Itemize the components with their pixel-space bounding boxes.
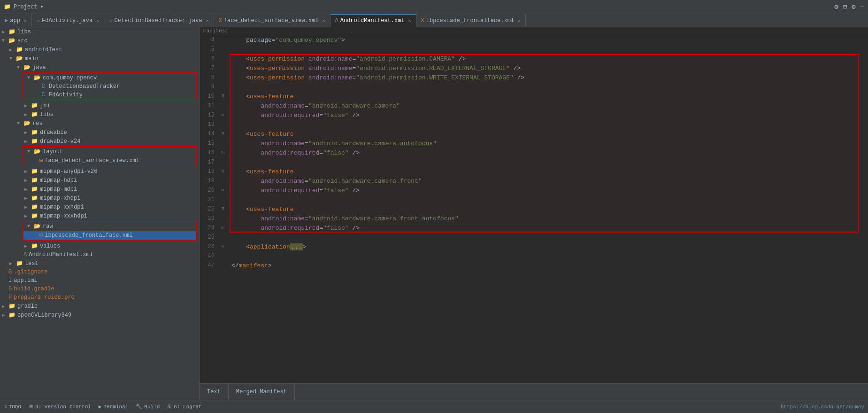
sidebar-item-face-detect-xml[interactable]: ⊞ face_detect_surface_view.xml [23,156,196,165]
sidebar-item-proguard[interactable]: P proguard-rules.pro [0,293,199,302]
close-icon[interactable]: ✕ [96,18,99,23]
folder-icon: 📁 [31,102,38,109]
sidebar-item-jni[interactable]: ▶ 📁 jni [0,101,199,110]
tab-face-detect[interactable]: X face_detect_surface_view.xml ✕ [214,14,330,27]
tab-lbpcascade[interactable]: X lbpcascade_frontalface.xml ✕ [416,14,526,27]
folder-icon: 📁 [31,168,38,175]
code-line-4: package="com.qumoy.opencv"> [231,35,868,45]
gradle-icon: G [8,286,12,292]
sidebar-item-layout[interactable]: ▼ 📂 layout [23,147,196,156]
code-line-24: android:required="false" /> [231,223,868,233]
folder-icon: 📁 [8,28,15,35]
close-icon[interactable]: ✕ [518,18,521,23]
close-icon[interactable]: ✕ [408,18,411,23]
tool-bar-bottom: ☑ TODO ⑨ 9: Version Control ▶ Terminal 🔨… [0,400,868,413]
bottom-tabs: Text Merged Manifest [200,383,868,400]
arrow-icon: ▼ [27,75,34,80]
xml-icon: X [219,17,222,24]
sidebar-item-libs[interactable]: ▶ 📁 libs [0,27,199,36]
folder-icon: 📁 [31,111,38,118]
sidebar-item-values[interactable]: ▶ 📁 values [0,242,199,250]
java-icon: ☕ [37,17,40,24]
editor-content[interactable]: 4 5 6 7 8 9 10 11 12 13 14 15 16 17 18 1… [200,35,868,383]
code-line-5 [231,45,868,54]
sidebar-item-src[interactable]: ▼ 📂 src [0,36,199,45]
sidebar-item-drawable[interactable]: ▶ 📁 drawable [0,128,199,137]
tool-terminal[interactable]: ▶ Terminal [99,404,128,410]
sidebar-item-fdactivity[interactable]: C FdActivity [23,91,196,99]
folder-icon: 📁 [31,203,38,210]
sidebar-item-res[interactable]: ▼ 📂 res [0,119,199,128]
sidebar-item-mipmap-mdpi[interactable]: ▶ 📁 mipmap-mdpi [0,185,199,194]
split-icon[interactable]: ⊟ [843,3,847,11]
folder-icon: 📁 [31,129,38,136]
code-line-47: </manifest> [231,261,868,270]
terminal-icon: ▶ [99,404,102,410]
tab-detectiontracker[interactable]: ☕ DetectionBasedTracker.java ✕ [104,14,214,27]
tab-text[interactable]: Text [200,384,229,400]
sidebar-item-gitignore[interactable]: G .gitignore [0,268,199,276]
folder-icon: 📁 [16,260,23,267]
gutter-icons: ▽ ▷ ▽ ▷ ▽ ▷ ▽ ▷ ▽ [218,35,228,383]
arrow-icon [17,252,23,257]
close-icon[interactable]: ✕ [24,18,27,23]
sidebar-item-detectionbasedtracker[interactable]: C DetectionBasedTracker [23,82,196,91]
sidebar-item-appiml[interactable]: I app.iml [0,276,199,285]
sidebar-item-raw[interactable]: ▼ 📂 raw [23,222,196,231]
sidebar-item-java[interactable]: ▼ 📂 java [0,63,199,72]
arrow-icon: ▶ [24,103,31,109]
sidebar-item-buildgradle[interactable]: G build.gradle [0,285,199,293]
logcat-icon: ⑥ [167,404,172,410]
sidebar-item-main[interactable]: ▼ 📂 main [0,54,199,63]
tool-todo[interactable]: ☑ TODO [4,404,21,410]
tool-version-control[interactable]: ⑨ 9: Version Control [29,404,91,410]
project-header: 📁 Project ▾ [4,3,44,10]
sidebar-item-mipmap-xxxhdpi[interactable]: ▶ 📁 mipmap-xxxhdpi [0,211,199,220]
folder-icon: 📁 [8,312,15,319]
code-line-22: <uses-feature [231,204,868,214]
tab-fdactivity[interactable]: ☕ FdActivity.java ✕ [32,14,104,27]
sidebar-item-lbpcascade[interactable]: ⊞ lbpcascade_frontalface.xml [23,231,196,240]
sidebar-item-test[interactable]: ▶ 📁 test [0,259,199,268]
folder-open-icon: 📂 [16,55,23,62]
arrow-icon: ▶ [24,204,31,210]
sidebar-item-gradle-folder[interactable]: ▶ 📁 gradle [0,302,199,311]
tab-app[interactable]: ▶ app ✕ [0,14,32,27]
arrow-icon: ▶ [24,213,31,219]
arrow-icon: ▶ [24,112,31,117]
sidebar-item-androidtest[interactable]: ▶ 📁 androidTest [0,45,199,54]
top-bar: 📁 Project ▾ ⚙ ⊟ ⚙ ─ [0,0,868,14]
arrow-icon: ▼ [2,38,8,43]
sidebar-item-androidmanifest[interactable]: A AndroidManifest.xml [0,250,199,259]
tool-build[interactable]: 🔨 Build [136,404,160,410]
code-content[interactable]: package="com.qumoy.opencv"> <uses-permis… [228,35,868,383]
arrow-icon [33,84,39,89]
tabs-row: ▶ app ✕ ☕ FdActivity.java ✕ ☕ DetectionB… [0,14,868,27]
code-line-6: <uses-permission android:name="android.p… [231,54,868,63]
highlight-box-package: ▼ 📂 com.qumoy.opencv C DetectionBasedTra… [23,72,197,100]
folder-open-icon: 📂 [23,120,31,127]
settings-icon[interactable]: ⚙ [834,3,838,11]
sidebar-item-libs2[interactable]: ▶ 📁 libs [0,110,199,119]
tab-merged-manifest[interactable]: Merged Manifest [229,384,295,400]
minimize-icon[interactable]: ─ [860,3,864,11]
highlight-box-layout: ▼ 📂 layout ⊞ face_detect_surface_view.xm… [23,146,197,166]
sidebar-item-package[interactable]: ▼ 📂 com.qumoy.opencv [23,73,196,82]
xml-raw-icon: ⊞ [39,232,43,239]
close-icon[interactable]: ✕ [323,18,325,23]
dropdown-icon[interactable]: ▾ [40,3,43,10]
sidebar-item-mipmap-xhdpi[interactable]: ▶ 📁 mipmap-xhdpi [0,194,199,203]
tool-logcat[interactable]: ⑥ 6: Logcat [167,404,201,410]
sidebar-item-drawable-v24[interactable]: ▶ 📁 drawable-v24 [0,137,199,146]
sidebar-item-opencv[interactable]: ▶ 📁 openCVLibrary349 [0,311,199,319]
arrow-icon: ▶ [24,169,31,174]
arrow-icon: ▶ [2,312,8,318]
gear-icon[interactable]: ⚙ [852,3,855,11]
arrow-icon: ▶ [24,187,31,192]
sidebar-item-mipmap-xxhdpi[interactable]: ▶ 📁 mipmap-xxhdpi [0,203,199,211]
sidebar-item-mipmap-anydpi[interactable]: ▶ 📁 mipmap-anydpi-v26 [0,167,199,176]
tab-androidmanifest[interactable]: A AndroidManifest.xml ✕ [330,14,416,27]
code-line-19: android:name="android.hardware.camera.fr… [231,176,868,186]
sidebar-item-mipmap-hdpi[interactable]: ▶ 📁 mipmap-hdpi [0,176,199,185]
close-icon[interactable]: ✕ [206,18,209,23]
